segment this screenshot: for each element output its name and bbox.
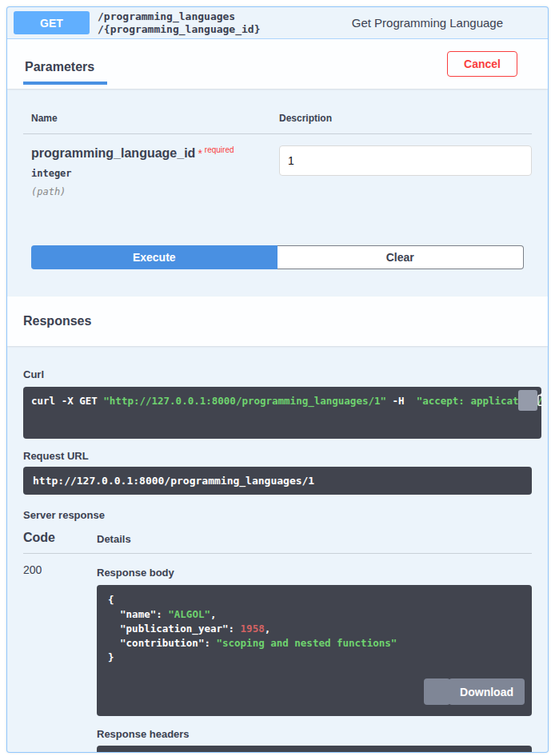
response-table-header: Code Details <box>23 531 532 554</box>
parameters-section-header: Parameters Cancel <box>7 39 548 89</box>
response-details-cell: Response body { "name": "ALGOL", "public… <box>97 554 532 753</box>
curl-command[interactable]: curl -X GET "http://127.0.0.1:8000/progr… <box>23 387 541 439</box>
operation-path-line1: /programming_languages <box>98 10 261 23</box>
json-key-year: "publication_year": <box>120 623 241 635</box>
required-label: required <box>205 145 234 154</box>
copy-curl-button[interactable] <box>518 390 537 411</box>
execute-row: Execute Clear <box>31 245 524 269</box>
curl-cmd-text: curl -X GET <box>31 395 103 407</box>
parameter-name: programming_language_id <box>31 146 195 160</box>
response-headers: content-length: 86 content-type: applica… <box>97 746 532 753</box>
copy-response-button[interactable] <box>424 678 450 705</box>
responses-title: Responses <box>23 314 91 328</box>
json-brace-open: { <box>108 594 114 606</box>
parameters-table-header: Name Description <box>23 108 532 134</box>
status-code: 200 <box>23 554 97 753</box>
column-details: Details <box>97 533 532 545</box>
clear-button[interactable]: Clear <box>278 245 525 269</box>
response-body-label: Response body <box>97 567 532 579</box>
curl-url-text: "http://127.0.0.1:8000/programming_langu… <box>103 395 386 407</box>
column-code: Code <box>23 531 97 545</box>
json-brace-close: } <box>108 651 114 663</box>
operation-description: Get Programming Language <box>352 16 503 30</box>
curl-flag-text: -H <box>386 395 410 407</box>
responses-section-header: Responses <box>7 296 548 346</box>
operation-summary[interactable]: GET /programming_languages /{programming… <box>7 7 548 39</box>
operation-path-line2: /{programming_language_id} <box>98 23 261 36</box>
cancel-button[interactable]: Cancel <box>447 51 517 77</box>
operation-panel: GET /programming_languages /{programming… <box>6 6 549 753</box>
parameter-row: programming_language_id*required integer… <box>23 145 532 197</box>
parameters-container: Name Description programming_language_id… <box>7 89 548 296</box>
json-value-year: 1958 <box>241 623 265 635</box>
tab-parameters-label: Parameters <box>25 60 94 74</box>
json-value-name: "ALGOL" <box>168 608 210 620</box>
request-url-label: Request URL <box>23 450 532 462</box>
server-response-label: Server response <box>23 509 532 521</box>
json-comma: , <box>210 608 217 620</box>
responses-container: Curl curl -X GET "http://127.0.0.1:8000/… <box>7 346 548 753</box>
execute-button[interactable]: Execute <box>31 245 278 269</box>
parameter-info: programming_language_id*required integer… <box>31 145 279 197</box>
column-description: Description <box>279 113 532 124</box>
response-headers-label: Response headers <box>97 728 532 740</box>
parameter-location: (path) <box>31 186 279 197</box>
parameter-type: integer <box>31 168 279 179</box>
operation-path: /programming_languages /{programming_lan… <box>98 10 261 36</box>
parameter-value-input[interactable] <box>279 145 532 176</box>
request-url-value: http://127.0.0.1:8000/programming_langua… <box>23 467 532 495</box>
required-asterisk: * <box>198 147 202 160</box>
download-button[interactable]: Download <box>449 678 525 705</box>
http-method-badge[interactable]: GET <box>14 11 90 34</box>
response-row: 200 Response body { "name": "ALGOL", "pu… <box>23 554 532 753</box>
column-name: Name <box>31 113 279 124</box>
json-key-contribution: "contribution": <box>120 637 216 649</box>
json-key-name: "name": <box>120 608 168 620</box>
copy-to-clipboard-icon <box>507 387 541 420</box>
response-body: { "name": "ALGOL", "publication_year": 1… <box>97 585 532 716</box>
json-comma: , <box>265 623 271 635</box>
tab-parameters[interactable]: Parameters <box>23 60 107 85</box>
parameter-description-cell <box>279 145 532 197</box>
json-value-contribution: "scoping and nested functions" <box>216 637 397 649</box>
curl-label: Curl <box>23 368 532 380</box>
